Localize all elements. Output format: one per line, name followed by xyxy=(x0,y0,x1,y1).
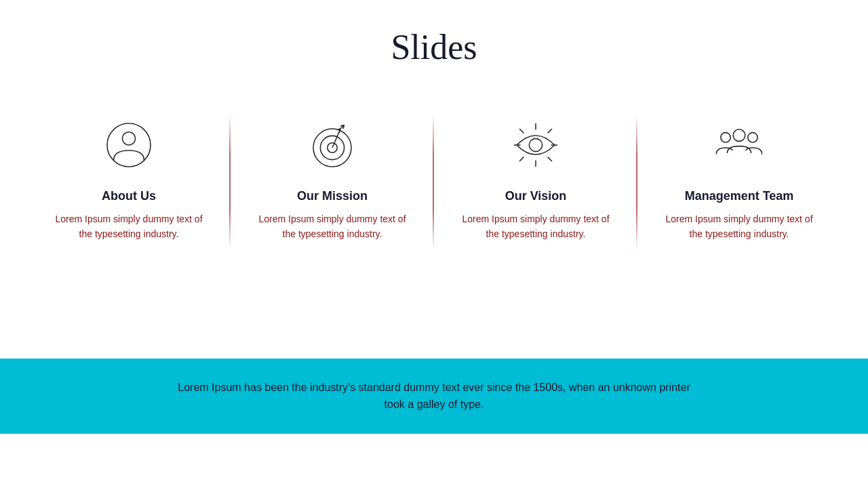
card-our-mission: Our Mission Lorem Ipsum simply dummy tex… xyxy=(231,101,434,256)
about-us-title: About Us xyxy=(102,189,156,203)
svg-line-19 xyxy=(519,157,524,161)
about-us-desc: Lorem Ipsum simply dummy text of the typ… xyxy=(47,211,210,242)
our-mission-desc: Lorem Ipsum simply dummy text of the typ… xyxy=(251,211,414,242)
footer-text: Lorem Ipsum has been the industry's stan… xyxy=(14,379,854,413)
eye-icon xyxy=(505,115,566,176)
svg-point-22 xyxy=(748,133,757,142)
our-mission-title: Our Mission xyxy=(297,189,368,203)
svg-line-18 xyxy=(548,129,552,133)
target-icon xyxy=(302,115,363,176)
management-team-title: Management Team xyxy=(685,189,794,203)
management-team-desc: Lorem Ipsum simply dummy text of the typ… xyxy=(658,211,821,242)
card-management-team: Management Team Lorem Ipsum simply dummy… xyxy=(637,101,841,256)
svg-point-1 xyxy=(122,132,135,145)
svg-point-21 xyxy=(721,133,730,142)
card-about-us: About Us Lorem Ipsum simply dummy text o… xyxy=(27,101,231,256)
svg-point-20 xyxy=(733,129,745,142)
our-vision-desc: Lorem Ipsum simply dummy text of the typ… xyxy=(454,211,617,242)
card-our-vision: Our Vision Lorem Ipsum simply dummy text… xyxy=(434,101,637,256)
svg-line-16 xyxy=(519,129,524,133)
svg-line-17 xyxy=(548,157,552,161)
svg-point-11 xyxy=(529,138,542,151)
our-vision-title: Our Vision xyxy=(505,189,567,203)
team-icon xyxy=(709,115,770,176)
page-title: Slides xyxy=(0,0,868,87)
footer-banner: Lorem Ipsum has been the industry's stan… xyxy=(0,359,868,434)
cards-container: About Us Lorem Ipsum simply dummy text o… xyxy=(0,87,868,269)
person-icon xyxy=(98,115,159,176)
